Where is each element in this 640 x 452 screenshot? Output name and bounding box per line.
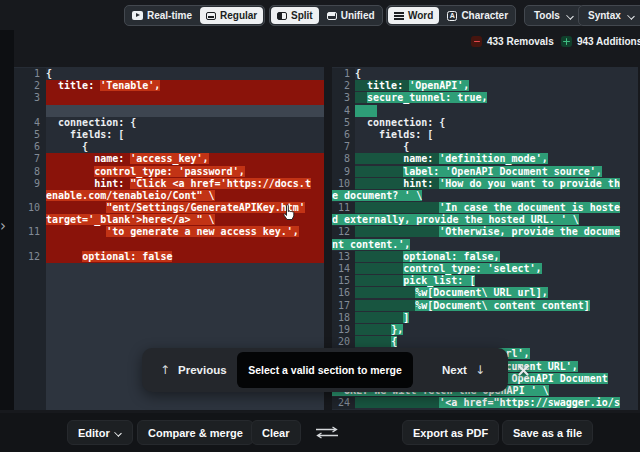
compare-merge-button[interactable]: Compare & merge xyxy=(137,420,254,445)
swap-panels-icon[interactable] xyxy=(313,425,341,443)
line-number: 1 xyxy=(332,68,355,80)
right-code-row[interactable]: 3 secure_tunnel: true, xyxy=(332,92,638,104)
code-text xyxy=(46,105,324,117)
right-code-row[interactable]: 18 ] xyxy=(332,312,638,324)
code-text: { xyxy=(355,336,638,348)
line-number: 9 xyxy=(14,178,46,190)
right-code-row: 1{ xyxy=(332,68,638,80)
clear-button[interactable]: Clear xyxy=(251,420,301,445)
line-number: 6 xyxy=(14,141,46,153)
code-text: connection: { xyxy=(46,117,324,129)
export-pdf-button[interactable]: Export as PDF xyxy=(402,420,499,445)
merge-tooltip: Select a valid section to merge xyxy=(237,352,413,388)
line-number: 6 xyxy=(332,129,355,141)
line-number: 10 xyxy=(332,178,355,190)
left-code-row[interactable]: 7 name: 'access_key', xyxy=(14,153,324,165)
code-text: hint: 'How do you want to provide th xyxy=(355,178,638,190)
code-text: title: 'OpenAPI', xyxy=(355,80,638,92)
line-number: 20 xyxy=(332,336,355,348)
chevron-down-icon xyxy=(114,429,122,437)
line-number: 4 xyxy=(332,105,355,117)
left-code-row[interactable] xyxy=(14,239,324,251)
left-code-row: 5 fields: [ xyxy=(14,129,324,141)
code-text: name: 'access_key', xyxy=(46,153,324,165)
diff-checker-app: › Real-timeRegularSplitUnifiedWordCharac… xyxy=(0,0,640,452)
additions-count: 943 Additions xyxy=(577,36,640,47)
removals-stat: 433 Removals xyxy=(471,36,554,47)
left-code-row[interactable]: target='_blank'>here</a> " \ xyxy=(14,214,324,226)
expand-sidebar-chevron-icon[interactable]: › xyxy=(0,217,6,235)
realtime-view-button[interactable]: Real-time xyxy=(126,7,198,24)
regular-view-button-label: Regular xyxy=(220,10,257,21)
save-file-button-label: Save as a file xyxy=(513,427,582,439)
additions-stat: 943 Additions xyxy=(561,36,640,47)
split-view-button[interactable]: Split xyxy=(271,7,319,24)
word-diff-button-label: Word xyxy=(408,10,433,21)
right-code-row[interactable]: 8 name: 'definition_mode', xyxy=(332,153,638,165)
right-code-row[interactable]: 2 title: 'OpenAPI', xyxy=(332,80,638,92)
diff-stats-bar: 433 Removals 943 Additions xyxy=(0,30,640,58)
right-code-row[interactable]: 12 'Otherwise, provide the docume xyxy=(332,226,638,238)
code-text: name: 'definition_mode', xyxy=(355,153,638,165)
next-diff-button[interactable]: Next ↓ xyxy=(442,348,485,392)
word-icon xyxy=(394,11,404,20)
character-diff-button[interactable]: Character xyxy=(441,7,514,24)
close-icon[interactable] xyxy=(517,363,530,381)
code-text: secure_tunnel: true, xyxy=(355,92,638,104)
line-number xyxy=(14,263,46,410)
unified-view-button[interactable]: Unified xyxy=(321,7,381,24)
left-code-row[interactable]: 8 control_type: 'password', xyxy=(14,166,324,178)
right-code-row[interactable]: 15 pick_list: [ xyxy=(332,275,638,287)
code-text: %w[Document\ URL url], xyxy=(355,287,638,299)
left-code-row[interactable]: 12 optional: false xyxy=(14,251,324,263)
line-number xyxy=(14,239,46,251)
right-code-row[interactable]: 19 }, xyxy=(332,324,638,336)
left-code-row[interactable]: 2 title: 'Tenable', xyxy=(14,80,324,92)
right-code-row[interactable]: 10 hint: 'How do you want to provide th xyxy=(332,178,638,190)
left-code-row[interactable]: 11 'to generate a new access key.', xyxy=(14,226,324,238)
editor-menu-button-label: Editor xyxy=(78,427,110,439)
right-code-row[interactable]: 13 optional: false, xyxy=(332,251,638,263)
right-code-row[interactable]: 24 '<a href="https://swagger.io/s xyxy=(332,397,638,409)
right-code-row[interactable]: 11 'In case the document is hoste xyxy=(332,202,638,214)
right-code-row[interactable]: d externally, provide the hosted URL. ' … xyxy=(332,214,638,226)
line-number: 13 xyxy=(332,251,355,263)
arrow-down-icon: ↓ xyxy=(475,363,485,377)
previous-diff-button[interactable]: ↑ Previous xyxy=(160,348,227,392)
left-code-row[interactable]: 3 xyxy=(14,92,324,104)
syntax-menu-button[interactable]: Syntax xyxy=(578,5,640,26)
left-code-row[interactable]: enable.com/tenableio/Cont" \ xyxy=(14,190,324,202)
next-label: Next xyxy=(442,364,467,376)
editor-menu-button[interactable]: Editor xyxy=(67,420,133,445)
view-toolbar: Real-timeRegularSplitUnifiedWordCharacte… xyxy=(0,0,640,30)
right-code-row[interactable]: 16 %w[Document\ URL url], xyxy=(332,287,638,299)
right-code-row[interactable]: 4 xyxy=(332,105,638,117)
code-text: 'In case the document is hoste xyxy=(355,202,638,214)
line-number: 18 xyxy=(332,312,355,324)
line-number: 16 xyxy=(332,287,355,299)
save-file-button[interactable]: Save as a file xyxy=(502,420,593,445)
word-diff-button[interactable]: Word xyxy=(388,7,439,24)
code-text: control_type: 'select', xyxy=(355,263,638,275)
left-code-row[interactable]: 10 "ent/Settings/GenerateAPIKey.htm' xyxy=(14,202,324,214)
right-code-row[interactable]: 9 label: 'OpenAPI Document source', xyxy=(332,166,638,178)
clear-button-label: Clear xyxy=(262,427,290,439)
tools-menu-button[interactable]: Tools xyxy=(524,5,584,26)
right-code-row[interactable]: 14 control_type: 'select', xyxy=(332,263,638,275)
character-diff-button-label: Character xyxy=(461,10,508,21)
chevron-down-icon xyxy=(627,12,635,20)
code-text: fields: [ xyxy=(46,129,324,141)
export-pdf-button-label: Export as PDF xyxy=(413,427,488,439)
right-code-row[interactable]: 20 { xyxy=(332,336,638,348)
line-number: 24 xyxy=(332,397,355,409)
right-code-row[interactable]: 17 %w[Document\ content content] xyxy=(332,300,638,312)
line-number: 17 xyxy=(332,300,355,312)
left-code-row: 4 connection: { xyxy=(14,117,324,129)
left-code-row[interactable]: 9 hint: "Click <a href='https://docs.t xyxy=(14,178,324,190)
right-code-row[interactable]: e document? ' \ xyxy=(332,190,638,202)
right-code-row[interactable]: nt content.', xyxy=(332,239,638,251)
regular-view-button[interactable]: Regular xyxy=(200,7,263,24)
compare-merge-button-label: Compare & merge xyxy=(148,427,243,439)
line-number xyxy=(14,214,46,226)
line-number xyxy=(14,105,46,117)
